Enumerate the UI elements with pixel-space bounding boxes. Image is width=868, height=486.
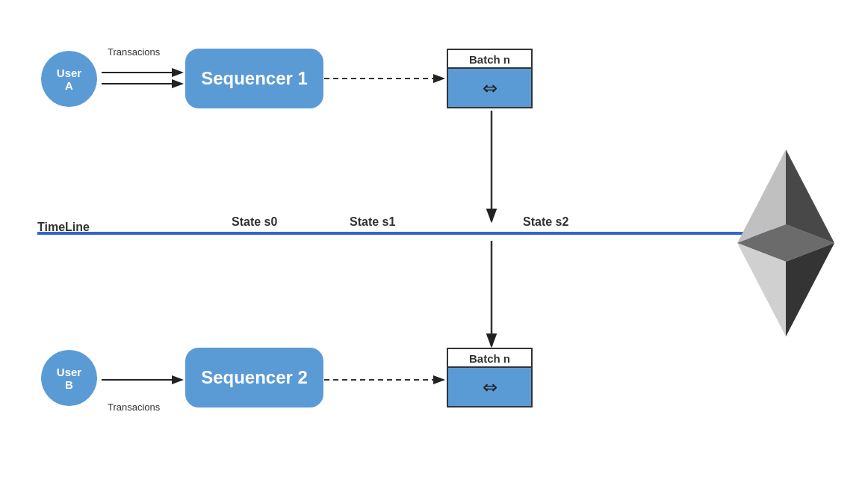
user-a-label-line1: User [57,67,81,79]
user-b-circle: User B [41,350,97,406]
state-s0-label: State s0 [232,215,277,229]
user-a-label-line2: A [65,79,73,92]
user-b-label-line1: User [57,366,81,378]
ethereum-diamond [726,146,846,340]
state-s2-label: State s2 [523,215,568,229]
transactions-label-b: Transacions [108,402,160,413]
batch-1-arrows: ⇔ [448,69,531,107]
state-s1-label: State s1 [350,215,395,229]
batch-2-label: Batch n [448,349,531,368]
user-b-label-line2: B [65,378,73,391]
diagram-container: User A Transacions Sequencer 1 Batch n ⇔… [0,0,868,486]
batch-1-label: Batch n [448,50,531,69]
batch-2-box: Batch n ⇔ [447,348,533,407]
batch-2-arrows: ⇔ [448,368,531,406]
transactions-label-a: Transacions [108,46,160,58]
batch-1-box: Batch n ⇔ [447,49,533,108]
sequencer-1-box: Sequencer 1 [185,49,323,108]
user-a-circle: User A [41,51,97,107]
timeline-label: TimeLine [37,221,90,234]
sequencer-2-box: Sequencer 2 [185,348,323,407]
